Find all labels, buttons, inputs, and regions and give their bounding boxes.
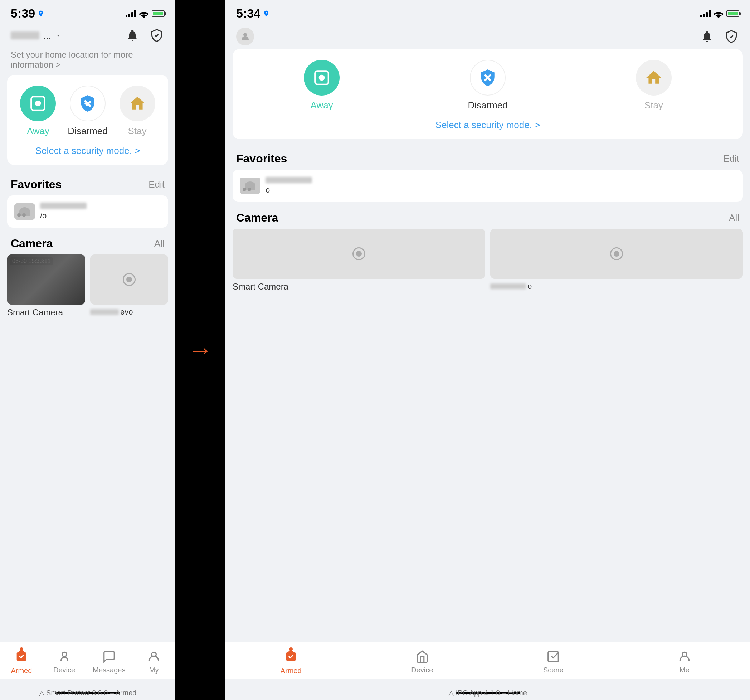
camera-all-left[interactable]: All [154, 238, 164, 249]
signal-icon-right [700, 10, 711, 17]
favorites-edit-right[interactable]: Edit [723, 153, 739, 164]
armed-nav-icon-right [284, 649, 298, 663]
camera-item-second-right[interactable]: o [490, 229, 743, 292]
camera-item-smart-left[interactable]: 06-30 15:33:11 Smart Camera [7, 254, 85, 317]
shield-button-right[interactable] [724, 29, 739, 45]
stay-mode-icon-left [129, 94, 146, 112]
camera-all-right[interactable]: All [729, 212, 739, 223]
nav-messages-left[interactable]: Messages [93, 649, 125, 674]
mode-away-left[interactable]: Away [20, 86, 56, 137]
security-modes-left: Away Disarmed [14, 86, 161, 137]
camera-list-left: 06-30 15:33:11 Smart Camera evo [0, 254, 175, 317]
mode-circle-away-right [304, 60, 340, 95]
me-nav-icon-right [678, 650, 691, 663]
device-nav-icon-left [58, 650, 71, 663]
armed-nav-icon-left [14, 649, 29, 663]
favorites-section-header-right: Favorites Edit [226, 146, 750, 170]
mode-disarmed-left[interactable]: Disarmed [68, 86, 108, 137]
mode-disarmed-right[interactable]: Disarmed [468, 60, 507, 111]
alarm-icon-left [126, 29, 139, 42]
nav-device-left[interactable]: Device [50, 649, 79, 674]
nav-device-icon-right [415, 649, 429, 664]
status-icons-left [126, 10, 164, 17]
svg-rect-4 [19, 651, 24, 654]
footer-right: △ IPC App 4.1.0 – Home [226, 689, 750, 697]
nav-scene-right[interactable]: Scene [539, 649, 567, 674]
security-modes-right: Away Disarmed [240, 60, 736, 111]
status-time-left: 5:39 [11, 6, 45, 20]
nav-armed-left[interactable]: Armed [7, 649, 36, 675]
status-time-right: 5:34 [236, 6, 270, 20]
svg-point-9 [319, 75, 325, 81]
favorite-item-right[interactable]: o [233, 170, 743, 202]
favorite-item-left[interactable]: /o [7, 195, 168, 228]
camera-record-dot-second-right [610, 247, 623, 260]
battery-icon-left [152, 11, 164, 17]
mode-stay-left[interactable]: Stay [120, 86, 155, 137]
location-icon-right [263, 10, 270, 17]
home-name-left[interactable]: ... [11, 30, 62, 41]
left-phone: 5:39 ... [0, 0, 175, 700]
away-mode-icon-left [29, 94, 47, 112]
camera-section-header-right: Camera All [226, 205, 750, 229]
alarm-button-left[interactable] [124, 28, 140, 43]
camera-record-dot-smart-right [352, 247, 365, 260]
arrow-divider: → [175, 0, 226, 700]
status-bar-right: 5:34 [226, 0, 750, 24]
mode-stay-right[interactable]: Stay [636, 60, 672, 111]
camera-item-second-left[interactable]: evo [90, 254, 168, 317]
nav-device-right[interactable]: Device [408, 649, 436, 674]
svg-point-1 [35, 100, 41, 107]
location-hint-left[interactable]: Set your home location for more informat… [0, 47, 175, 75]
mode-circle-stay-right [636, 60, 672, 95]
stay-mode-icon-right [645, 69, 663, 87]
nav-me-right[interactable]: Me [670, 649, 699, 674]
camera-label-blurred-right [490, 283, 526, 289]
fav-name-blurred-left [40, 203, 87, 209]
home-name-blurred-left [11, 31, 39, 39]
wifi-icon-right [713, 10, 724, 17]
signal-icon-left [126, 10, 136, 17]
alarm-icon-right [701, 30, 713, 43]
shield-button-left[interactable] [149, 28, 164, 43]
header-icons-right [699, 29, 739, 45]
mode-away-right[interactable]: Away [304, 60, 340, 111]
arrow-icon: → [188, 336, 213, 364]
device-nav-icon-right [415, 650, 429, 663]
mode-circle-disarmed-right [470, 60, 506, 95]
avatar-right[interactable] [236, 28, 254, 45]
favorites-list-left: /o [0, 195, 175, 228]
right-phone: 5:34 [226, 0, 750, 700]
security-card-right: Away Disarmed [233, 49, 743, 139]
scene-nav-icon-right [546, 650, 560, 663]
app-header-right [226, 24, 750, 49]
device-image-left [14, 203, 35, 220]
camera-thumb-smart-right [233, 229, 485, 279]
battery-icon-right [726, 11, 739, 17]
camera-list-right: Smart Camera o [226, 229, 750, 292]
away-mode-icon-right [313, 69, 330, 87]
nav-scene-icon-right [546, 649, 560, 664]
bottom-nav-right: Armed Device Scene [226, 642, 750, 678]
camera-thumb-second-left [90, 254, 168, 305]
alarm-button-right[interactable] [699, 29, 715, 45]
select-mode-link-left[interactable]: Select a security mode. > [14, 145, 161, 156]
mode-circle-away-left [20, 86, 56, 121]
nav-armed-dot-right [289, 648, 293, 651]
shield-icon-right [725, 30, 738, 43]
my-nav-icon-left [147, 650, 161, 663]
camera-label-blurred-left [90, 309, 119, 315]
nav-my-icon-left [147, 649, 161, 664]
dropdown-icon-left[interactable] [55, 32, 62, 39]
nav-my-left[interactable]: My [140, 649, 168, 674]
bottom-nav-left: Armed Device Messages [0, 642, 175, 678]
camera-section-header-left: Camera All [0, 231, 175, 254]
svg-rect-13 [289, 651, 294, 654]
camera-item-smart-right[interactable]: Smart Camera [233, 229, 485, 292]
app-header-left: ... [0, 24, 175, 47]
select-mode-link-right[interactable]: Select a security mode. > [240, 120, 736, 131]
wifi-icon-left [139, 10, 149, 17]
nav-armed-right[interactable]: Armed [277, 649, 305, 675]
favorites-edit-left[interactable]: Edit [149, 179, 164, 190]
nav-armed-dot-left [20, 648, 23, 651]
